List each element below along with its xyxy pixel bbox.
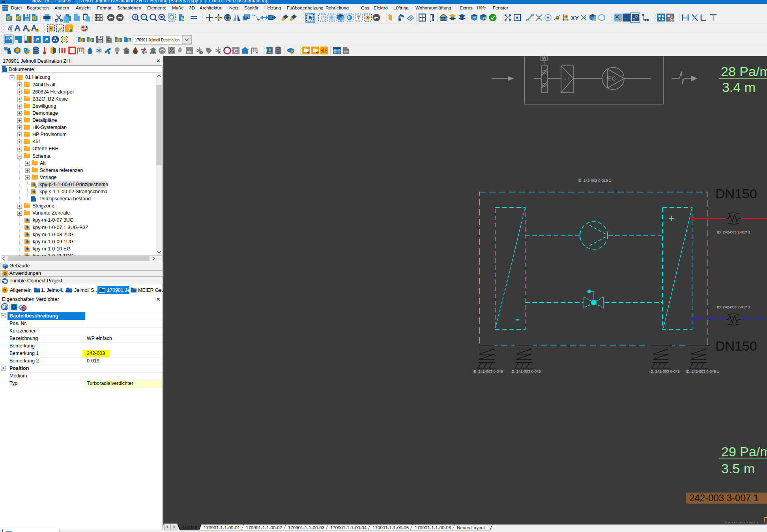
svg-text:XY: XY [571,15,579,21]
svg-text:242-003 3-007 1: 242-003 3-007 1 [689,493,759,503]
svg-text:ies: ies [187,50,192,54]
svg-text:EC: EC [607,75,617,82]
svg-text:HK-Systemplan: HK-Systemplan [32,125,67,130]
svg-text:ID: 242-003 0-048: ID: 242-003 0-048 [511,369,541,373]
svg-text:kpy-m-1-0-07.1 3UG-B3Z: kpy-m-1-0-07.1 3UG-B3Z [33,225,88,230]
svg-text:ID: 242-003 0-048: ID: 242-003 0-048 [649,369,680,373]
svg-text:↑: ↑ [17,16,19,20]
svg-text:kpy-s-1-1-00-02 Strangschema: kpy-s-1-1-00-02 Strangschema [39,189,107,194]
svg-text:Modell: Modell [183,525,197,530]
svg-text:Neues Layout: Neues Layout [457,525,485,530]
svg-text:ID: 242-003 0-019 1: ID: 242-003 0-019 1 [578,178,611,183]
svg-text:K51: K51 [32,139,41,144]
svg-text:29 Pa/m: 29 Pa/m [721,444,767,459]
svg-text:170901-1-1-00-06: 170901-1-1-00-06 [415,525,451,530]
svg-text:Variante Zentrale: Variante Zentrale [32,210,70,216]
svg-text:ID: 242-003 2-017 1: ID: 242-003 2-017 1 [717,305,750,309]
svg-text:DN150: DN150 [715,186,757,201]
svg-text:kpy-m-1-0-09 1UG: kpy-m-1-0-09 1UG [33,239,74,245]
svg-text:Vorlage: Vorlage [40,175,56,180]
svg-text:Offerte FBH: Offerte FBH [32,146,58,151]
svg-text:kpy-m-1-0-07 3UG: kpy-m-1-0-07 3UG [33,217,74,223]
svg-text:↑: ↑ [90,38,92,42]
svg-text:170901-1-1-00-01: 170901-1-1-00-01 [204,525,240,530]
svg-text:240415 alt: 240415 alt [32,82,56,88]
svg-text:170901-1-1-00-04: 170901-1-1-00-04 [330,525,367,530]
svg-text:Bewiligung: Bewiligung [32,103,56,109]
svg-text:170901-1-1-00-05: 170901-1-1-00-05 [372,525,409,530]
svg-text:B3ZG, B2 Kopie: B3ZG, B2 Kopie [32,96,68,102]
svg-text:280824 Heizkorper: 280824 Heizkorper [32,89,74,95]
svg-text:3.5 m: 3.5 m [721,461,755,476]
svg-text:28 Pa/m: 28 Pa/m [721,64,767,79]
svg-text:F7: F7 [565,77,570,81]
svg-text:Schema referenzen: Schema referenzen [40,168,83,173]
svg-text:Alt: Alt [40,161,46,166]
svg-text:170901-1-1-00-03: 170901-1-1-00-03 [288,525,324,530]
svg-text:C: C [234,48,238,54]
svg-text:Demontage: Demontage [32,110,58,116]
svg-text:HP Provisorium: HP Provisorium [32,132,67,137]
svg-text:kpy-m-1-0-08 2UG: kpy-m-1-0-08 2UG [33,232,74,237]
svg-text:Steigzone: Steigzone [32,203,54,209]
svg-text:+: + [7,16,9,20]
svg-text:ID: 242-003 0-048 1: ID: 242-003 0-048 1 [686,369,719,373]
svg-text:+: + [80,38,82,42]
svg-text:01 Heizung: 01 Heizung [25,75,50,80]
svg-text:3.4 m: 3.4 m [722,80,756,95]
svg-text:kpy-p-1-1-00-01 Prinzipschema: kpy-p-1-1-00-01 Prinzipschema [39,182,108,187]
svg-text:↓: ↓ [118,38,120,42]
svg-text:EnEV: EnEV [150,52,156,54]
svg-text:ID: 242-003 0-048: ID: 242-003 0-048 [473,369,503,373]
svg-text:DN150: DN150 [715,338,757,353]
svg-text:A: A [14,23,20,32]
svg-text:ID: 242-003 2-017 2: ID: 242-003 2-017 2 [717,230,750,234]
svg-text:Detailpläne: Detailpläne [32,118,57,123]
svg-text:123: 123 [344,50,349,54]
svg-text:kpy-m-1-0-10 EG: kpy-m-1-0-10 EG [33,246,71,252]
svg-text:170901 Jelmoli Destination: 170901 Jelmoli Destination [135,37,180,42]
svg-text:Schema: Schema [32,153,51,159]
svg-text:Prinzipschema bestand: Prinzipschema bestand [39,196,91,202]
svg-text:170901-1-1-00-02: 170901-1-1-00-02 [246,525,282,530]
svg-text:↓: ↓ [34,16,36,20]
